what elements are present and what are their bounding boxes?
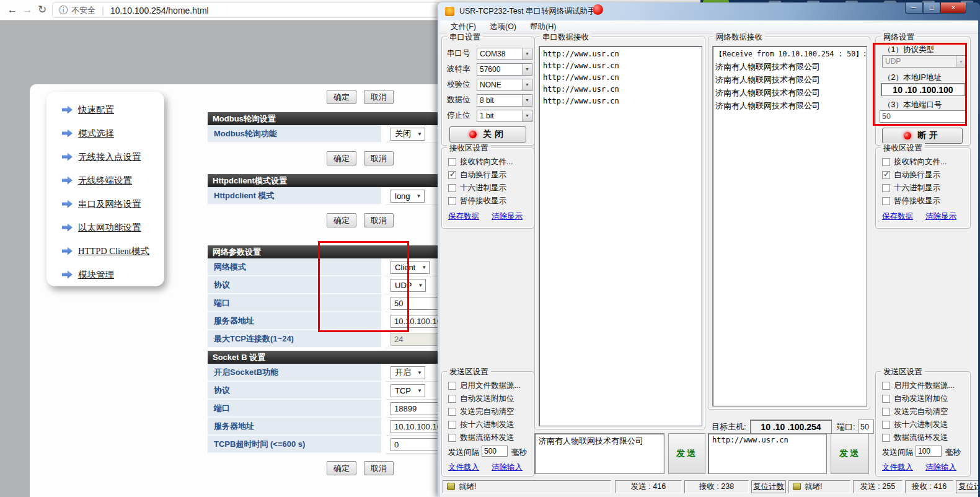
clear-input-link[interactable]: 清除输入 xyxy=(492,462,523,473)
serial-recv-textarea[interactable]: http://www.usr.cn http://www.usr.cn http… xyxy=(539,46,702,426)
loop-send-checkbox[interactable]: 数据流循环发送 xyxy=(882,432,948,443)
chevron-down-icon: ▼ xyxy=(417,193,422,199)
send-settings-left-group: 发送区设置 启用文件数据源... 自动发送附加位 发送完自动清空 按十六进制发送 xyxy=(441,371,534,477)
sidebar-item-mode-select[interactable]: 模式选择 xyxy=(62,125,114,141)
clear-display-link[interactable]: 清除显示 xyxy=(925,211,956,222)
chevron-down-icon: ▼ xyxy=(522,48,532,59)
menu-file[interactable]: 文件(F) xyxy=(444,20,483,33)
cancel-button[interactable]: 取消 xyxy=(364,151,394,165)
file-data-source-checkbox[interactable]: 启用文件数据源... xyxy=(448,380,521,391)
parity-select[interactable]: NONE ▼ xyxy=(477,79,532,91)
reset-count-button[interactable]: 复位计数 xyxy=(751,480,786,493)
sidebar-item-label: 快速配置 xyxy=(78,104,114,116)
info-icon[interactable]: ⓘ xyxy=(59,5,68,16)
minimize-button[interactable]: ─ xyxy=(905,2,923,14)
clear-display-link[interactable]: 清除显示 xyxy=(492,211,523,222)
baud-rate-select[interactable]: 57600 ▼ xyxy=(477,63,532,76)
file-load-link[interactable]: 文件载入 xyxy=(448,462,479,473)
data-bits-select[interactable]: 8 bit ▼ xyxy=(477,94,532,107)
com-port-select[interactable]: COM38 ▼ xyxy=(477,48,532,60)
sidebar-item-httpd-client[interactable]: HTTPD Client模式 xyxy=(62,243,149,259)
reload-icon[interactable]: ↻ xyxy=(35,2,50,17)
reset-count-button[interactable]: 复位计数 xyxy=(956,480,978,493)
ok-button[interactable]: 确定 xyxy=(327,213,356,227)
highlight-box-network xyxy=(318,241,409,332)
ok-button[interactable]: 确定 xyxy=(327,151,356,165)
recording-indicator xyxy=(593,4,603,15)
serial-close-button[interactable]: 关闭 xyxy=(449,126,526,143)
ok-button[interactable]: 确定 xyxy=(327,461,356,475)
select-value: 1 bit xyxy=(477,112,522,120)
file-data-source-checkbox[interactable]: 启用文件数据源... xyxy=(882,380,955,391)
cancel-button[interactable]: 取消 xyxy=(364,213,394,227)
auto-append-checkbox[interactable]: 自动发送附加位 xyxy=(448,393,514,404)
serial-send-button[interactable]: 发送 xyxy=(668,433,705,474)
cancel-button[interactable]: 取消 xyxy=(364,90,394,104)
auto-append-checkbox[interactable]: 自动发送附加位 xyxy=(882,393,948,404)
net-recv-textarea[interactable]: 【Receive from 10.10.100.254 : 50】: 济南有人物… xyxy=(712,46,867,407)
sidebar-item-ap-settings[interactable]: 无线接入点设置 xyxy=(62,149,141,165)
ok-button[interactable]: 确定 xyxy=(327,90,356,104)
save-data-link[interactable]: 保存数据 xyxy=(448,211,479,222)
close-button[interactable]: × xyxy=(940,2,966,14)
target-port-input[interactable] xyxy=(858,420,874,434)
recv-to-file-checkbox[interactable]: 接收转向文件... xyxy=(882,156,947,167)
sidebar-item-ethernet[interactable]: 以太网功能设置 xyxy=(62,219,141,235)
select-value: long xyxy=(395,191,410,201)
sidebar-item-serial-network[interactable]: 串口及网络设置 xyxy=(62,196,141,212)
pause-recv-checkbox[interactable]: 暂停接收显示 xyxy=(882,195,940,206)
auto-clear-checkbox[interactable]: 发送完自动清空 xyxy=(882,406,948,417)
httpd-mode-select[interactable]: long ▼ xyxy=(391,190,425,203)
file-load-link[interactable]: 文件载入 xyxy=(882,462,913,473)
hex-display-checkbox[interactable]: 十六进制显示 xyxy=(882,182,940,193)
hex-send-checkbox[interactable]: 按十六进制发送 xyxy=(448,419,514,430)
serial-send-input[interactable]: 济南有人物联网技术有限公司 xyxy=(534,433,664,474)
menu-help[interactable]: 帮助(H) xyxy=(523,20,563,33)
title-bar[interactable]: USR-TCP232-Test 串口转网络调试助手 xyxy=(438,2,980,20)
sidebar-item-sta-settings[interactable]: 无线终端设置 xyxy=(62,172,132,188)
checkbox-label: 启用文件数据源... xyxy=(460,380,521,391)
auto-clear-checkbox[interactable]: 发送完自动清空 xyxy=(448,406,514,417)
auto-wrap-checkbox[interactable]: 自动换行显示 xyxy=(882,169,940,180)
checkbox-icon xyxy=(448,171,456,179)
back-icon[interactable]: ← xyxy=(5,2,20,17)
field-label: 波特率 xyxy=(447,64,475,74)
target-host-field[interactable]: 10 .10 .100.254 xyxy=(750,420,832,434)
field-label: 数据位 xyxy=(447,95,475,105)
page-url: 10.10.100.254/home.html xyxy=(110,6,209,15)
ready-icon xyxy=(447,483,455,490)
group-title: 串口数据接收 xyxy=(540,32,591,43)
net-send-input[interactable]: http://www.usr.cn xyxy=(708,433,827,474)
modbus-function-select[interactable]: 关闭 ▼ xyxy=(391,128,425,141)
sidebar-item-module-manage[interactable]: 模块管理 xyxy=(62,266,114,283)
field-label: Modbus轮询功能 xyxy=(208,125,381,143)
stop-bits-select[interactable]: 1 bit ▼ xyxy=(477,110,532,122)
disconnect-button[interactable]: 断开 xyxy=(882,128,963,144)
socketb-protocol-select[interactable]: TCP ▼ xyxy=(391,384,425,397)
save-data-link[interactable]: 保存数据 xyxy=(882,211,913,222)
auto-wrap-checkbox[interactable]: 自动换行显示 xyxy=(448,169,506,180)
clear-input-link[interactable]: 清除输入 xyxy=(925,462,956,473)
group-title: 发送区设置 xyxy=(447,367,491,377)
cancel-button[interactable]: 取消 xyxy=(364,461,394,475)
send-interval-input[interactable] xyxy=(482,446,508,457)
maximize-button[interactable]: □ xyxy=(923,2,940,14)
recv-to-file-checkbox[interactable]: 接收转向文件... xyxy=(448,156,513,167)
chevron-down-icon: ▼ xyxy=(418,283,423,288)
loop-send-checkbox[interactable]: 数据流循环发送 xyxy=(448,432,514,443)
sidebar-item-quick-config[interactable]: 快速配置 xyxy=(62,102,114,118)
arrow-icon xyxy=(62,224,73,232)
hex-display-checkbox[interactable]: 十六进制显示 xyxy=(448,182,506,193)
window-controls: ─ □ × xyxy=(905,2,966,14)
chevron-down-icon: ▼ xyxy=(417,388,422,394)
send-interval-input[interactable] xyxy=(916,446,942,457)
checkbox-label: 十六进制显示 xyxy=(894,183,940,193)
field-label: 端口 xyxy=(208,400,381,418)
socketb-enable-select[interactable]: 开启 ▼ xyxy=(391,366,425,379)
forward-icon[interactable]: → xyxy=(20,2,35,17)
menu-options[interactable]: 选项(O) xyxy=(483,20,523,33)
pause-recv-checkbox[interactable]: 暂停接收显示 xyxy=(448,195,506,206)
select-value: 8 bit xyxy=(477,96,522,105)
hex-send-checkbox[interactable]: 按十六进制发送 xyxy=(882,419,948,430)
net-send-button[interactable]: 发送 xyxy=(831,433,869,474)
